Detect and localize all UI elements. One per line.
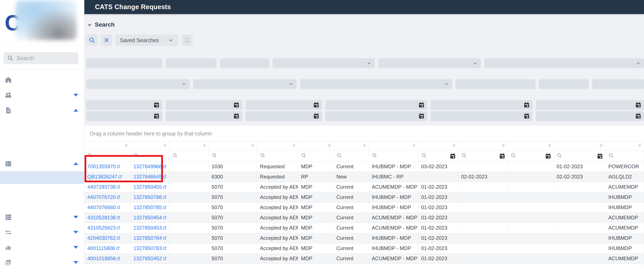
cell-link[interactable]: 1327850783: [134, 245, 167, 251]
column-header-target-participant[interactable]: [369, 142, 418, 150]
calendar-icon[interactable]: [524, 113, 530, 119]
search-section-header[interactable]: Search: [86, 21, 644, 28]
cell-nmi[interactable]: QB13826247: [84, 172, 130, 182]
calendar-icon[interactable]: [233, 113, 240, 119]
sidebar-item-cats-change-requests[interactable]: [0, 171, 84, 184]
calendar-icon[interactable]: [153, 102, 160, 108]
latest-transaction-date-time-from-input[interactable]: [539, 102, 640, 108]
column-filter-target-role[interactable]: [298, 150, 333, 162]
cell-nmi[interactable]: 4407293738: [84, 182, 130, 192]
cell-link[interactable]: 1327850784: [134, 235, 167, 241]
sidebar-search-input[interactable]: [16, 55, 72, 62]
column-filter-change-reason[interactable]: [208, 150, 257, 162]
cell-link[interactable]: 4407076720: [87, 194, 120, 200]
cell-nmi[interactable]: 4204030762: [84, 233, 130, 243]
filter-funnel-icon[interactable]: [327, 144, 332, 148]
actual-change-date-to-input[interactable]: [169, 113, 239, 119]
column-filter-init-request-id[interactable]: [169, 150, 208, 162]
sidebar-item-mdp-functions[interactable]: [0, 240, 84, 255]
calendar-icon[interactable]: [524, 102, 530, 108]
cell-nmi[interactable]: 4310525623: [84, 223, 130, 233]
cell-link[interactable]: 4310528136: [87, 215, 120, 221]
cell-request-id[interactable]: 1327849968: [130, 162, 169, 172]
calendar-icon[interactable]: [313, 113, 320, 119]
clear-search-button[interactable]: ✕: [101, 34, 112, 46]
chevron-up-icon[interactable]: [74, 162, 78, 165]
cell-link[interactable]: 4204030762: [87, 235, 120, 241]
column-filter-nmi[interactable]: [84, 150, 130, 162]
cell-request-id[interactable]: 1327850785: [130, 202, 169, 212]
sidebar-item-ingested-metering-data-files[interactable]: [0, 130, 84, 143]
calendar-icon[interactable]: [450, 153, 456, 159]
sidebar-item-reports[interactable]: [0, 255, 84, 266]
cell-link[interactable]: 1327849968: [134, 164, 167, 170]
sidebar-item-cats[interactable]: [0, 156, 84, 171]
column-filter-change-status[interactable]: [257, 150, 298, 162]
saved-searches-dropdown[interactable]: Saved Searches: [115, 34, 178, 46]
cell-nmi[interactable]: 2001694608: [84, 264, 130, 266]
cell-link[interactable]: 4001115806: [87, 245, 120, 251]
request-id-input[interactable]: [169, 60, 213, 66]
column-filter-request-id[interactable]: [130, 150, 169, 162]
sidebar-item-raise-bulk-cats-nomination[interactable]: [0, 197, 84, 210]
filter-funnel-icon[interactable]: [250, 144, 255, 148]
cell-link[interactable]: 1327850786: [134, 194, 167, 200]
cell-link[interactable]: 4407076680: [87, 204, 120, 210]
column-header-requesting-participant[interactable]: [605, 142, 644, 150]
proposed-date-to-input[interactable]: [90, 113, 159, 119]
chevron-down-icon[interactable]: [74, 261, 78, 264]
cell-request-id[interactable]: 1327850452: [130, 254, 169, 264]
cell-nmi[interactable]: 4001018856: [84, 254, 130, 264]
sidebar-search[interactable]: [4, 52, 78, 64]
column-filter-requesting-participant[interactable]: [605, 150, 644, 162]
created-by-input[interactable]: [459, 81, 532, 87]
cell-request-id[interactable]: 1327846645: [130, 172, 169, 182]
objection-end-date-from-input[interactable]: [249, 102, 318, 108]
sidebar-item-delivered-metering-data-files[interactable]: [0, 143, 84, 156]
column-header-actual-end-date[interactable]: [508, 142, 554, 150]
requesting-participant-select[interactable]: [300, 79, 452, 89]
sidebar-item-initiate-cats-request[interactable]: [0, 184, 84, 197]
filter-funnel-icon[interactable]: [202, 144, 207, 148]
filter-funnel-icon[interactable]: [292, 144, 296, 148]
column-header-change-status[interactable]: [257, 142, 298, 150]
filter-funnel-icon[interactable]: [362, 144, 367, 148]
cell-request-id[interactable]: 1327850783: [130, 243, 169, 254]
cell-link[interactable]: 4001018856: [87, 256, 120, 262]
cell-request-id[interactable]: 1327850784: [130, 233, 169, 243]
cell-link[interactable]: 1327850452: [134, 256, 167, 262]
error-code-input[interactable]: [542, 81, 586, 87]
calendar-icon[interactable]: [499, 153, 505, 159]
cell-link[interactable]: 1327850785: [134, 204, 167, 210]
cell-link[interactable]: 7001355970: [87, 164, 120, 170]
earliest-transaction-date-time-to-input[interactable]: [434, 113, 529, 119]
chevron-down-icon[interactable]: [74, 246, 78, 249]
filter-funnel-icon[interactable]: [412, 144, 416, 148]
proposed-date-from-input[interactable]: [90, 102, 159, 108]
calendar-icon[interactable]: [418, 102, 425, 108]
column-filter-objection-end-date[interactable]: [554, 150, 605, 162]
cell-nmi[interactable]: 7001355970: [84, 162, 130, 172]
init-request-id-input[interactable]: [224, 60, 266, 66]
column-header-request-id[interactable]: [130, 142, 169, 150]
cell-nmi[interactable]: 4001115806: [84, 243, 130, 254]
cell-request-id[interactable]: 1327850454: [130, 212, 169, 223]
sidebar-item-home[interactable]: [0, 72, 84, 88]
cell-link[interactable]: 1327850455: [134, 184, 167, 190]
calendar-icon[interactable]: [313, 102, 320, 108]
run-search-button[interactable]: [86, 34, 98, 46]
sidebar-item-standing-data[interactable]: [0, 88, 84, 103]
filter-funnel-icon[interactable]: [452, 144, 456, 148]
sidebar-item-aemo-processes[interactable]: [0, 210, 84, 225]
meter-read-type-select[interactable]: [193, 79, 297, 89]
change-reason-select[interactable]: [272, 58, 375, 68]
sidebar-item-data-requests[interactable]: [0, 225, 84, 240]
column-filter-role-status[interactable]: [333, 150, 369, 162]
calendar-icon[interactable]: [635, 102, 642, 108]
change-status-select[interactable]: [378, 58, 481, 68]
jurisdiction-select[interactable]: [86, 79, 190, 89]
column-filter-proposed-date[interactable]: [418, 150, 458, 162]
chevron-up-icon[interactable]: [74, 109, 78, 112]
actual-change-date-from-input[interactable]: [169, 102, 239, 108]
filter-funnel-icon[interactable]: [163, 144, 168, 148]
